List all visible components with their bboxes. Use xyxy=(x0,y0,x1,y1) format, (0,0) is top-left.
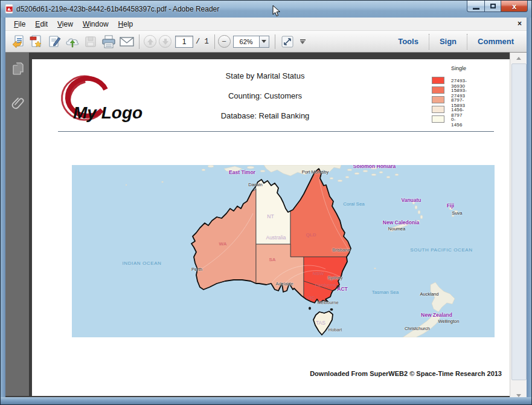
next-page-button[interactable] xyxy=(159,35,171,48)
minimize-button[interactable] xyxy=(467,1,484,12)
toolbar-overflow-button[interactable] xyxy=(300,39,306,44)
map-label-noumea: Noumea xyxy=(388,226,405,232)
map-label-tas: TAS xyxy=(316,320,325,326)
map-label-nt: NT xyxy=(267,213,274,219)
print-button[interactable] xyxy=(100,33,118,50)
state-qld[interactable] xyxy=(290,169,351,257)
maximize-button[interactable] xyxy=(484,1,501,12)
title-bar[interactable]: d5206d61-219e-423b-8442-61b46458397c.pdf… xyxy=(1,1,532,18)
map-label-adelaide: Adelaide xyxy=(275,281,293,287)
open-file-icon xyxy=(11,34,25,49)
close-document-icon[interactable]: × xyxy=(518,19,522,28)
zoom-dropdown-button[interactable] xyxy=(259,36,269,48)
choropleth-map[interactable]: Solomon HoniaraEast TimorPort MoresbyDar… xyxy=(72,165,495,337)
map-label-port-moresby: Port Moresby xyxy=(302,169,329,175)
arrow-down-icon xyxy=(516,394,521,397)
comment-panel-button[interactable]: Comment xyxy=(467,34,524,50)
map-label-suva: Suva xyxy=(452,210,462,216)
map-label-sa: SA xyxy=(269,257,275,262)
scrollbar-thumb[interactable] xyxy=(511,63,527,380)
open-file-button[interactable] xyxy=(9,33,27,50)
map-label-darwin: Darwin xyxy=(248,182,262,187)
legend-swatch xyxy=(432,96,444,103)
map-label-qld: QLD xyxy=(306,232,316,238)
tools-panel-button[interactable]: Tools xyxy=(388,34,429,50)
map-label-new-caledonia: New Caledonia xyxy=(383,219,419,225)
page-thumbnails-button[interactable] xyxy=(5,59,30,79)
email-button[interactable] xyxy=(118,33,136,50)
toolbar-separator xyxy=(275,34,275,49)
map-label-vic: VIC xyxy=(307,295,315,300)
map-label-nsw: NSW xyxy=(313,271,324,276)
scroll-up-button[interactable] xyxy=(510,53,527,63)
map-label-solomon-honiara: Solomon Honiara xyxy=(353,165,396,169)
map-label-australia: Australia xyxy=(266,235,286,241)
sign-document-icon xyxy=(47,34,62,49)
map-label-canberra: Canberra xyxy=(315,282,336,288)
company-logo: My Logo xyxy=(59,73,161,128)
email-icon xyxy=(119,35,135,48)
page-count-label: / 1 xyxy=(196,37,209,46)
map-label-wellington: Wellington xyxy=(438,319,460,324)
menu-item-window[interactable]: Window xyxy=(78,18,114,30)
document-canvas: My Logo State by Marital StatusCounting:… xyxy=(30,53,511,401)
legend-swatch xyxy=(432,77,444,84)
map-label-melbourne: Melbourne xyxy=(317,300,338,305)
logo-text: My Logo xyxy=(73,103,143,122)
menu-item-help[interactable]: Help xyxy=(114,18,138,30)
menu-item-edit[interactable]: Edit xyxy=(30,18,53,30)
sign-panel-button[interactable]: Sign xyxy=(429,34,467,50)
mouse-cursor xyxy=(272,5,281,18)
map-label-new-zealand: New Zealand xyxy=(421,312,452,318)
attachments-button[interactable] xyxy=(5,92,30,113)
fit-window-icon xyxy=(281,35,294,48)
minimize-icon xyxy=(473,8,479,10)
cloud-upload-icon xyxy=(65,34,80,49)
chevron-down-icon xyxy=(300,41,305,44)
map-label-vanuatu: Vanuatu xyxy=(401,197,421,203)
window-border-left xyxy=(1,18,5,398)
map-label-act: ACT xyxy=(337,286,347,292)
map-label-perth: Perth xyxy=(191,267,202,272)
close-icon: x xyxy=(512,2,516,11)
window-border-right xyxy=(527,18,531,398)
map-label-fiji: Fiji xyxy=(447,202,454,209)
map-label-sydney: Sydney xyxy=(327,275,342,280)
previous-page-button[interactable] xyxy=(144,35,156,48)
zoom-out-button[interactable]: − xyxy=(218,35,231,48)
print-icon xyxy=(101,34,117,49)
legend-swatch xyxy=(432,86,444,94)
page-thumbnails-icon xyxy=(11,62,25,76)
maximize-icon xyxy=(490,4,496,8)
page-number-input[interactable]: 1 xyxy=(175,36,193,48)
map-label-hobart: Hobart xyxy=(328,327,342,332)
map-label-brisbane: Brisbane xyxy=(332,247,350,253)
state-wa[interactable] xyxy=(191,189,256,290)
create-pdf-button[interactable] xyxy=(27,33,45,50)
map-label-christchurch: Christchurch xyxy=(405,326,430,331)
map-label-tasman-sea: Tasman Sea xyxy=(372,290,399,295)
panel-buttons: ToolsSignComment xyxy=(388,31,524,52)
map-label-south-pacific-ocean: SOUTH PACIFIC OCEAN xyxy=(410,247,472,253)
menu-item-file[interactable]: File xyxy=(9,18,30,30)
pdf-file-icon xyxy=(5,4,14,14)
map-label-east-timor: East Timor xyxy=(229,169,255,175)
report-header-line: State by Marital Status xyxy=(193,71,338,80)
close-button[interactable]: x xyxy=(501,1,528,12)
fit-window-button[interactable] xyxy=(278,33,296,50)
menu-item-view[interactable]: View xyxy=(53,18,78,30)
toolbar-separator xyxy=(214,34,215,49)
send-file-cloud-button[interactable] xyxy=(63,33,82,50)
zoom-level-input[interactable]: 62% xyxy=(233,36,259,48)
save-button[interactable] xyxy=(82,33,100,50)
next-page-icon xyxy=(162,38,169,45)
toolbar-separator xyxy=(139,34,139,49)
legend-swatch xyxy=(432,106,444,113)
report-header-line: Counting: Customers xyxy=(193,91,338,100)
vertical-scrollbar[interactable] xyxy=(510,53,527,401)
window-title: d5206d61-219e-423b-8442-61b46458397c.pdf… xyxy=(16,5,219,13)
pdf-page: My Logo State by Marital StatusCounting:… xyxy=(32,59,511,396)
report-header-line: Database: Retail Banking xyxy=(193,111,338,120)
sign-document-button[interactable] xyxy=(45,33,63,50)
arrow-up-icon xyxy=(516,57,521,60)
